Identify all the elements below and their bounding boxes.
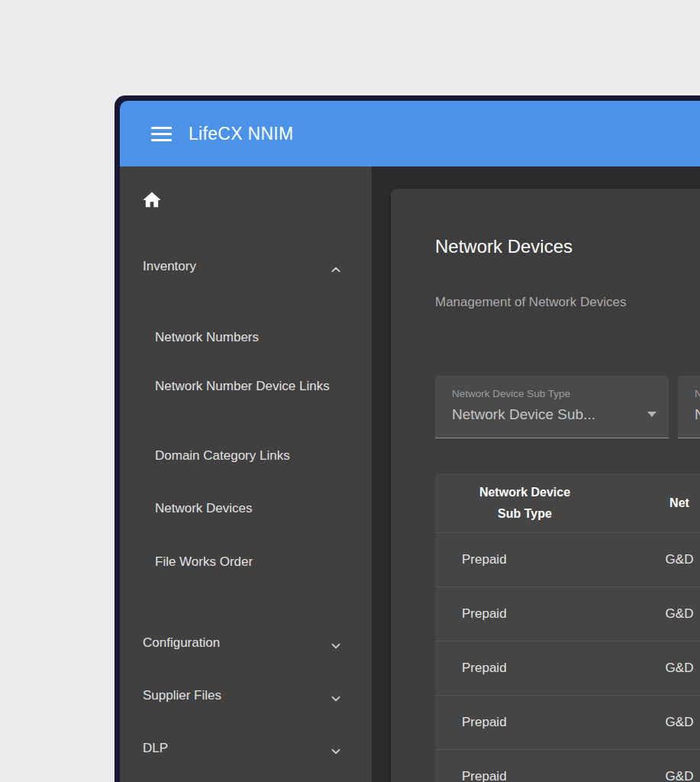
filter-bar: Network Device Sub Type Network Device S…: [435, 376, 700, 438]
page-subtitle: Management of Network Devices: [435, 292, 700, 312]
network-devices-table: Network Device Sub Type Net Prepaid G&D: [435, 473, 700, 782]
main-content: Network Devices Management of Network De…: [372, 166, 700, 782]
sidebar-item-label: Supplier Files: [143, 683, 221, 709]
cell-make: G&D: [615, 606, 700, 622]
select-value: N: [695, 405, 700, 425]
chevron-down-icon: [329, 636, 343, 650]
sidebar-item-domain-category-links[interactable]: Domain Category Links: [120, 443, 372, 469]
content-card: Network Devices Management of Network De…: [391, 189, 700, 782]
window-body: Inventory Network Numbers Network Number…: [120, 166, 700, 782]
app-title: LifeCX NNIM: [189, 124, 294, 144]
sidebar-item-label: Network Number Device Links: [155, 376, 331, 398]
network-device-sub-type-select[interactable]: Network Device Sub Type Network Device S…: [435, 376, 669, 438]
table-row[interactable]: Prepaid G&D: [435, 695, 700, 749]
cell-make: G&D: [615, 552, 700, 567]
table-row[interactable]: Prepaid G&D: [435, 586, 700, 641]
app-window: LifeCX NNIM Inventory Network Numbers N: [115, 95, 700, 782]
table-header-row: Network Device Sub Type Net: [435, 473, 700, 532]
sidebar-item-label: Domain Category Links: [155, 443, 290, 469]
sidebar-item-inventory[interactable]: Inventory: [120, 254, 372, 280]
sidebar-item-label: Inventory: [143, 254, 196, 280]
page-title: Network Devices: [435, 234, 700, 259]
sidebar-item-network-numbers[interactable]: Network Numbers: [120, 325, 372, 351]
cell-sub-type: Prepaid: [435, 715, 615, 730]
table-row[interactable]: Prepaid G&D: [435, 641, 700, 695]
cell-sub-type: Prepaid: [435, 769, 615, 782]
cell-make: G&D: [615, 715, 700, 730]
window-inner: LifeCX NNIM Inventory Network Numbers N: [120, 101, 700, 782]
app-bar: LifeCX NNIM: [120, 101, 700, 166]
chevron-down-icon: [329, 742, 343, 755]
table-row[interactable]: Prepaid G&D: [435, 532, 700, 586]
sidebar-item-network-devices[interactable]: Network Devices: [120, 496, 372, 522]
home-icon[interactable]: [141, 189, 163, 211]
dropdown-arrow-icon: [647, 412, 656, 417]
network-device-type-select[interactable]: N N: [678, 376, 700, 438]
sidebar-item-label: Configuration: [143, 630, 220, 656]
sidebar-item-label: Network Devices: [155, 496, 253, 522]
sidebar-item-label: File Works Order: [155, 549, 253, 575]
select-label: Network Device Sub Type: [452, 386, 669, 402]
sidebar-item-label: DLP: [143, 735, 168, 761]
cell-make: G&D: [615, 661, 700, 676]
sidebar-item-supplier-files[interactable]: Supplier Files: [120, 683, 372, 709]
select-label: N: [695, 386, 700, 402]
sidebar-item-file-works-order[interactable]: File Works Order: [120, 549, 372, 575]
column-header-make: Net: [615, 493, 700, 514]
sidebar: Inventory Network Numbers Network Number…: [120, 166, 372, 782]
cell-make: G&D: [615, 769, 700, 782]
cell-sub-type: Prepaid: [435, 606, 615, 622]
sidebar-item-dlp[interactable]: DLP: [120, 735, 372, 761]
menu-icon[interactable]: [151, 127, 172, 141]
cell-sub-type: Prepaid: [435, 661, 615, 676]
select-value: Network Device Sub...: [452, 405, 669, 425]
sidebar-item-configuration[interactable]: Configuration: [120, 630, 372, 656]
table-body: Prepaid G&D Prepaid G&D Prepaid G&D Prep…: [435, 532, 700, 782]
table-row[interactable]: Prepaid G&D: [435, 749, 700, 782]
sidebar-item-network-number-device-links[interactable]: Network Number Device Links: [120, 376, 372, 419]
sidebar-item-label: Network Numbers: [155, 325, 259, 351]
column-header-sub-type: Network Device Sub Type: [435, 482, 615, 525]
chevron-down-icon: [329, 689, 343, 703]
chevron-up-icon: [329, 260, 343, 273]
cell-sub-type: Prepaid: [435, 552, 615, 567]
